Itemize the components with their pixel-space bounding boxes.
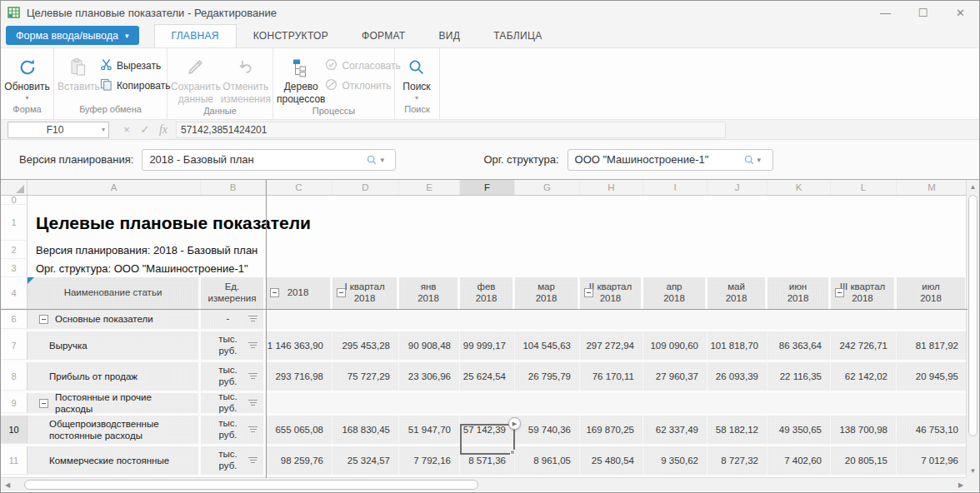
collapse-icon[interactable] [39, 399, 48, 408]
cell-I8[interactable]: 27 960,37 [643, 362, 708, 391]
column-header-A[interactable]: A [28, 180, 201, 195]
row-header-10[interactable]: 10 [1, 416, 28, 444]
scroll-up-icon[interactable]: ▲ [967, 180, 979, 193]
cell-H6[interactable] [580, 309, 643, 329]
cell-M9[interactable] [897, 393, 968, 413]
table-header-F[interactable]: фев2018 [460, 277, 515, 309]
row-header-2[interactable]: 2 [1, 241, 28, 259]
cell-M7[interactable]: 81 817,92 [897, 331, 968, 360]
table-header-J[interactable]: май2018 [708, 277, 768, 309]
cell-E7[interactable]: 90 908,48 [399, 331, 460, 360]
cell-L6[interactable] [831, 309, 897, 329]
column-header-E[interactable]: E [399, 180, 460, 195]
row-name-cell-9[interactable]: Постоянные и прочие расходы [28, 393, 201, 413]
cell-C7[interactable]: 1 146 363,90 [266, 331, 332, 360]
cancel-entry-icon[interactable]: × [118, 123, 136, 136]
collapse-icon[interactable] [270, 288, 279, 297]
column-header-C[interactable]: C [266, 180, 332, 195]
cell-C8[interactable]: 293 716,98 [266, 362, 332, 391]
cell-I7[interactable]: 109 090,60 [643, 331, 708, 360]
cell-K9[interactable] [768, 393, 831, 413]
filter-icon[interactable] [248, 457, 258, 465]
tab-tablitsa[interactable]: ТАБЛИЦА [477, 25, 558, 47]
vertical-scroll-thumb[interactable] [968, 195, 978, 436]
cell-F7[interactable]: 99 999,17 [460, 331, 515, 360]
cell-G11[interactable]: 8 961,05 [515, 446, 580, 475]
filter-icon[interactable] [248, 426, 258, 434]
cell-H9[interactable] [580, 393, 643, 413]
collapse-icon[interactable] [835, 288, 844, 297]
approve-button[interactable]: Согласовать [325, 58, 400, 73]
cell-popup-button[interactable]: ▶ [508, 417, 521, 430]
cell-C6[interactable] [266, 309, 332, 329]
vertical-scrollbar[interactable]: ▲ ▼ [966, 180, 979, 477]
cell-name-box[interactable]: F10 ▾ [8, 122, 109, 138]
tab-konstruktor[interactable]: КОНСТРУКТОР [237, 25, 345, 47]
cell-D11[interactable]: 25 324,57 [332, 446, 399, 475]
cell-I11[interactable]: 9 350,62 [643, 446, 708, 475]
row-header-0[interactable]: 0 [1, 196, 28, 205]
collapse-icon[interactable] [39, 315, 48, 324]
column-header-M[interactable]: M [897, 180, 968, 195]
scroll-left-icon[interactable]: ◀ [1, 478, 14, 491]
tab-vid[interactable]: ВИД [422, 25, 477, 47]
cell-L8[interactable]: 62 142,02 [831, 362, 897, 391]
cell-H7[interactable]: 297 272,94 [580, 331, 643, 360]
cell-J10[interactable]: 58 182,12 [708, 416, 768, 444]
maximize-icon[interactable]: ☐ [904, 1, 942, 24]
cell-G9[interactable] [515, 393, 580, 413]
cut-button[interactable]: Вырезать [100, 58, 171, 73]
cell-H11[interactable]: 25 480,54 [580, 446, 643, 475]
cell-J9[interactable] [708, 393, 768, 413]
table-header-H[interactable]: II квартал2018 [580, 277, 643, 309]
cell-J8[interactable]: 26 093,39 [708, 362, 768, 391]
cell-G7[interactable]: 104 545,63 [515, 331, 580, 360]
table-header-K[interactable]: июн2018 [768, 277, 831, 309]
cell-M11[interactable]: 7 012,96 [897, 446, 968, 475]
org-filter-combo[interactable]: ООО "Машиностроение-1" ▾ [568, 149, 773, 171]
scroll-down-icon[interactable]: ▼ [967, 464, 979, 477]
cell-M6[interactable] [897, 309, 968, 329]
row-unit-cell-9[interactable]: тыс. руб. [201, 393, 266, 413]
close-icon[interactable]: ✕ [942, 1, 979, 24]
row-name-cell-8[interactable]: Прибыль от продаж [28, 362, 201, 391]
cell-E11[interactable]: 7 792,16 [399, 446, 460, 475]
column-header-F[interactable]: F [460, 180, 515, 195]
cell-J6[interactable] [708, 309, 768, 329]
row-unit-cell-8[interactable]: тыс. руб. [201, 362, 266, 391]
cell-E10[interactable]: 51 947,70 [399, 416, 460, 444]
row-unit-cell-6[interactable]: - [201, 309, 266, 329]
confirm-entry-icon[interactable]: ✓ [136, 123, 154, 136]
cell-H10[interactable]: 169 870,25 [580, 416, 643, 444]
search-button[interactable]: Поиск ▾ [398, 53, 435, 102]
cell-F9[interactable] [460, 393, 515, 413]
reject-button[interactable]: Отклонить [325, 78, 400, 93]
row-header-1[interactable]: 1 [1, 205, 28, 241]
version-filter-combo[interactable]: 2018 - Базовый план ▾ [142, 149, 396, 171]
search-icon[interactable] [363, 154, 380, 166]
cell-D10[interactable]: 168 830,45 [332, 416, 399, 444]
cell-E9[interactable] [399, 393, 460, 413]
column-header-I[interactable]: I [643, 180, 708, 195]
cell-L7[interactable]: 242 726,71 [831, 331, 897, 360]
column-header-G[interactable]: G [515, 180, 580, 195]
cell-D6[interactable] [332, 309, 399, 329]
cell-J7[interactable]: 101 818,70 [708, 331, 768, 360]
minimize-icon[interactable]: — [867, 1, 904, 24]
cell-F8[interactable]: 25 624,54 [460, 362, 515, 391]
cell-K7[interactable]: 86 363,64 [768, 331, 831, 360]
filter-icon[interactable] [248, 316, 258, 323]
row-unit-cell-7[interactable]: тыс. руб. [201, 331, 266, 360]
cell-L10[interactable]: 138 700,98 [831, 416, 897, 444]
cell-K6[interactable] [768, 309, 831, 329]
cell-C10[interactable]: 655 065,08 [266, 416, 332, 444]
cell-D7[interactable]: 295 453,28 [332, 331, 399, 360]
collapse-icon[interactable] [584, 288, 593, 297]
row-header-11[interactable]: 11 [1, 446, 28, 475]
column-header-K[interactable]: K [768, 180, 831, 195]
save-data-button[interactable]: Сохранить данные [171, 53, 221, 106]
cell-K11[interactable]: 7 402,60 [768, 446, 831, 475]
filter-icon[interactable] [248, 373, 258, 381]
search-icon[interactable] [741, 154, 758, 166]
horizontal-scroll-thumb[interactable] [24, 480, 478, 490]
